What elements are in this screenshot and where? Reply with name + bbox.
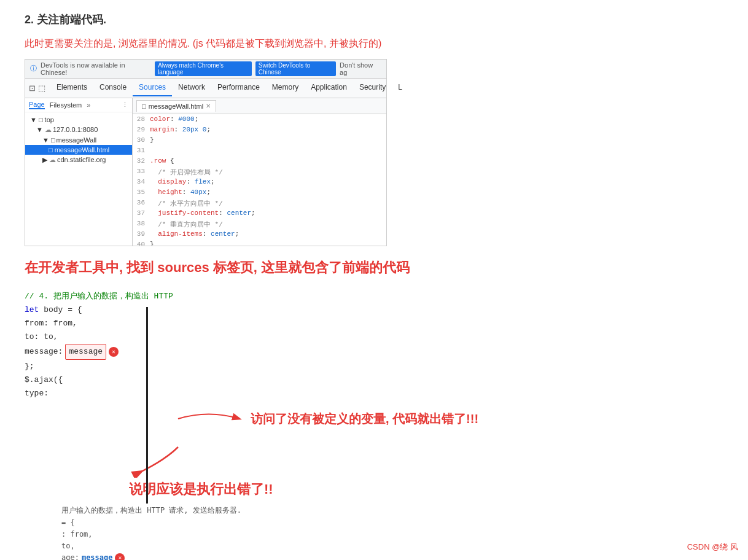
popup-err-var: message — [82, 552, 113, 560]
tree-icon-cloud2: ☁ — [49, 156, 56, 164]
code-line-38: 38 /* 垂直方向居中 */ — [133, 220, 386, 230]
arrow-annotation: 访问了没有被定义的变量, 代码就出错了!!! — [172, 406, 723, 431]
devtools-editor: □ messageWall.html ✕ 28color: #000; 29ma… — [133, 98, 386, 246]
devtools-banner: ⓘ DevTools is now available in Chinese! … — [25, 60, 386, 79]
tab-elements[interactable]: Elements — [50, 79, 93, 96]
section-title: 2. 关注前端代码. — [25, 12, 723, 27]
red-intro: 此时更需要关注的是, 浏览器里的情况. (js 代码都是被下载到浏览器中, 并被… — [25, 36, 723, 52]
error-circle-icon: ✕ — [109, 347, 119, 357]
error-word: message — [65, 344, 106, 360]
cursor-icon[interactable]: ⊡ — [29, 84, 36, 93]
file-tree-item-cdn[interactable]: ▶ ☁ cdn.staticfile.org — [25, 155, 132, 165]
code-line-message: message: message ✕ — [25, 344, 723, 360]
code-line-type: type: — [25, 387, 723, 400]
devtools-icon: ⓘ — [30, 64, 37, 73]
code-line-end: }; — [25, 360, 723, 373]
code-line-to: to: to, — [25, 330, 723, 344]
arrow-svg — [172, 406, 246, 431]
main-code-block: // 4. 把用户输入的数据，构造出 HTTP let body = { fro… — [25, 290, 723, 401]
editor-tab-close[interactable]: ✕ — [206, 103, 211, 109]
vertical-line — [146, 307, 148, 504]
devtools-body: Page Filesystem » ⋮ ▼ □ top ▼ ☁ 127.0.0.… — [25, 98, 386, 246]
editor-tab-filename: messageWall.html — [149, 103, 203, 110]
tab-application[interactable]: Application — [305, 79, 353, 96]
code-line-29: 29margin: 20px 0; — [133, 126, 386, 136]
tree-label-top: □ top — [39, 116, 54, 123]
editor-tab-file[interactable]: □ messageWall.html ✕ — [136, 100, 216, 112]
code-line-35: 35 height: 40px; — [133, 189, 386, 199]
tab-icons: ⊡ ⬚ — [29, 84, 45, 93]
lang-btn2[interactable]: Switch DevTools to Chinese — [255, 61, 336, 76]
banner-text: DevTools is now available in Chinese! — [41, 61, 151, 76]
annotation1: 在开发者工具中, 找到 sources 标签页, 这里就包含了前端的代码 — [25, 257, 723, 278]
tree-label-localhost: 127.0.0.1:8080 — [53, 126, 98, 133]
tree-icon-cdn: ▶ — [42, 156, 47, 164]
popup-line5: age: message ✕ — [61, 552, 381, 560]
code-comment: // 4. 把用户输入的数据，构造出 HTTP — [25, 290, 723, 303]
say-error-arrow-svg — [129, 441, 190, 478]
tab-security[interactable]: Security — [353, 79, 392, 96]
popup-line2: = { — [61, 517, 381, 529]
file-tree: ▼ □ top ▼ ☁ 127.0.0.1:8080 ▼ □ messageWa… — [25, 112, 132, 168]
editor-tab-bar: □ messageWall.html ✕ — [133, 98, 386, 114]
tree-icon-cloud1: ☁ — [45, 126, 52, 134]
code-line-33: 33 /* 开启弹性布局 */ — [133, 168, 386, 178]
tree-icon-messagewall: ▼ — [42, 136, 49, 144]
tree-icon-top: ▼ — [30, 116, 37, 123]
tab-memory[interactable]: Memory — [266, 79, 305, 96]
tab-performance[interactable]: Performance — [211, 79, 266, 96]
tree-label-html: messageWall.html — [55, 146, 109, 154]
popup-line4: to, — [61, 540, 381, 552]
code-line-31: 31 — [133, 147, 386, 157]
dont-show-text: Don't show ag — [340, 61, 381, 76]
say-error-text: 说明应该是执行出错了!! — [129, 481, 273, 497]
tab-console[interactable]: Console — [93, 79, 133, 96]
tree-label-cdn: cdn.staticfile.org — [57, 156, 106, 163]
arrow-text: 访问了没有被定义的变量, 代码就出错了!!! — [251, 411, 478, 427]
devtools-screenshot: ⓘ DevTools is now available in Chinese! … — [25, 59, 387, 246]
popup-line1: 用户输入的数据，构造出 HTTP 请求, 发送给服务器. — [61, 505, 381, 516]
code-line-28: 28color: #000; — [133, 115, 386, 126]
lang-btn1[interactable]: Always match Chrome's language — [155, 61, 252, 76]
code-line-body-start: let body = { — [25, 303, 723, 317]
csdn-watermark: CSDN @绕 风 — [687, 542, 738, 553]
error-popup-header: 用户输入的数据，构造出 HTTP 请求, 发送给服务器. = { : from,… — [61, 505, 381, 560]
code-line-40: 40} — [133, 241, 386, 246]
code-line-39: 39 align-items: center; — [133, 230, 386, 241]
code-line-30: 30} — [133, 136, 386, 147]
tree-icon-html: □ — [49, 146, 53, 154]
code-area: 28color: #000; 29margin: 20px 0; 30} 31 … — [133, 114, 386, 246]
sidebar-tab-page[interactable]: Page — [29, 101, 45, 109]
code-line-ajax: $.ajax({ — [25, 373, 723, 387]
editor-tab-icon: □ — [142, 103, 146, 110]
inspect-icon[interactable]: ⬚ — [38, 84, 45, 93]
tab-sources[interactable]: Sources — [133, 79, 172, 96]
say-error: 说明应该是执行出错了!! — [129, 441, 723, 499]
devtools-sidebar: Page Filesystem » ⋮ ▼ □ top ▼ ☁ 127.0.0.… — [25, 98, 133, 246]
sidebar-more-btn[interactable]: » — [87, 101, 90, 109]
tree-icon-localhost: ▼ — [36, 126, 43, 133]
code-line-34: 34 display: flex; — [133, 178, 386, 189]
file-tree-item-top[interactable]: ▼ □ top — [25, 115, 132, 125]
sidebar-header: Page Filesystem » ⋮ — [25, 98, 132, 112]
file-tree-item-html[interactable]: □ messageWall.html — [25, 145, 132, 155]
error-popup-area: 用户输入的数据，构造出 HTTP 请求, 发送给服务器. = { : from,… — [61, 505, 381, 560]
code-line-32: 32.row { — [133, 157, 386, 168]
tree-label-messagewall: messageWall — [56, 136, 97, 144]
sidebar-tab-filesystem[interactable]: Filesystem — [50, 101, 82, 109]
code-section-container: // 4. 把用户输入的数据，构造出 HTTP let body = { fro… — [25, 290, 723, 432]
code-line-36: 36 /* 水平方向居中 */ — [133, 199, 386, 209]
file-tree-item-localhost[interactable]: ▼ ☁ 127.0.0.1:8080 — [25, 125, 132, 135]
code-line-from: from: from, — [25, 317, 723, 330]
sidebar-menu-btn[interactable]: ⋮ — [122, 101, 128, 109]
devtools-tabs: ⊡ ⬚ Elements Console Sources Network Per… — [25, 79, 386, 98]
popup-line3: : from, — [61, 529, 381, 540]
tree-folder-icon: □ — [51, 136, 55, 144]
tab-more[interactable]: L — [392, 79, 408, 96]
code-line-37: 37 justify-content: center; — [133, 209, 386, 220]
tab-network[interactable]: Network — [172, 79, 211, 96]
file-tree-item-messagewall[interactable]: ▼ □ messageWall — [25, 135, 132, 145]
popup-err-icon: ✕ — [115, 553, 125, 560]
